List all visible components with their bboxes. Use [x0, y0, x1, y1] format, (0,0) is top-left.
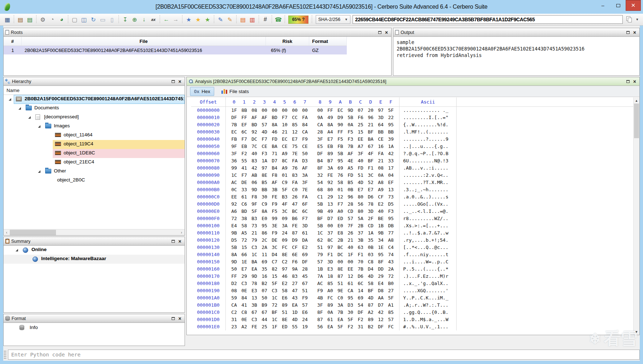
hex-byte[interactable]: 7E — [290, 150, 300, 157]
hex-byte[interactable]: 12 — [335, 193, 345, 201]
hex-byte[interactable]: 41 — [239, 302, 249, 309]
hex-byte[interactable]: 3F — [315, 136, 325, 143]
hex-byte[interactable]: 8E — [259, 172, 269, 179]
hex-byte[interactable]: 3F — [315, 302, 325, 309]
hex-byte[interactable]: ED — [335, 215, 345, 222]
hex-byte[interactable]: 58 — [280, 287, 290, 294]
python-code-input[interactable] — [8, 350, 640, 360]
hex-byte[interactable]: 56 — [355, 201, 366, 208]
hex-byte[interactable]: 0B — [345, 186, 355, 193]
hex-byte[interactable]: 08 — [249, 107, 259, 114]
tree-item-object-119c4[interactable]: object_119C4 — [4, 140, 185, 149]
hex-byte[interactable]: BF — [269, 309, 280, 316]
hex-byte[interactable]: A0 — [325, 287, 335, 294]
hex-byte[interactable]: BF — [366, 287, 376, 294]
hex-byte[interactable]: 5F — [280, 186, 290, 193]
hash-tool-button[interactable]: # — [261, 15, 270, 24]
hex-byte[interactable]: 9B — [315, 208, 325, 215]
hex-byte[interactable]: 62 — [315, 237, 325, 244]
hex-byte[interactable]: CF — [376, 193, 386, 201]
hex-byte[interactable]: F9 — [269, 201, 280, 208]
hex-byte[interactable]: 1D — [290, 309, 300, 316]
hex-byte[interactable]: 09 — [280, 215, 290, 222]
hex-byte[interactable]: A4 — [325, 128, 335, 136]
hex-byte[interactable]: 95 — [386, 215, 396, 222]
hex-byte[interactable]: 5F — [386, 294, 396, 302]
hex-row[interactable]: 000000603FF240F371A97E50DF895BAF3F4FFA42… — [191, 150, 633, 157]
hex-byte[interactable]: 00 — [290, 107, 300, 114]
hex-byte[interactable]: E3 — [325, 266, 335, 273]
hex-byte[interactable]: 57 — [259, 121, 269, 128]
hex-byte[interactable]: 45 — [300, 273, 310, 280]
hex-byte[interactable]: CC — [290, 114, 300, 121]
hex-byte[interactable]: 97 — [280, 266, 290, 273]
hex-byte[interactable]: 26 — [345, 229, 355, 237]
hex-byte[interactable]: 61 — [345, 280, 355, 287]
hex-byte[interactable]: 5F — [269, 280, 280, 287]
hex-byte[interactable]: 3B — [355, 237, 366, 244]
hex-byte[interactable]: BF — [366, 128, 376, 136]
hex-byte[interactable]: EC — [229, 128, 239, 136]
hex-byte[interactable]: FF — [229, 273, 239, 280]
add-to-scan-button[interactable]: ◕ — [57, 15, 66, 24]
hex-byte[interactable]: 5F — [345, 316, 355, 323]
hex-byte[interactable]: C3 — [249, 244, 259, 251]
hex-byte[interactable]: EA — [325, 323, 335, 330]
hex-byte[interactable]: 7A — [315, 273, 325, 280]
hex-byte[interactable]: 5B — [315, 201, 325, 208]
hex-byte[interactable]: F9 — [300, 294, 310, 302]
hex-byte[interactable]: F6 — [355, 114, 366, 121]
hex-byte[interactable]: 7C — [249, 143, 259, 150]
hex-byte[interactable]: 73 — [249, 222, 259, 229]
hex-row[interactable]: 00000030EC6C924D462112CA28A4FFF515BFBBBB… — [191, 128, 633, 136]
hex-byte[interactable]: 00 — [315, 107, 325, 114]
hex-row[interactable]: 000000D092C69FC9F94F476F5B13F7285678E2D5… — [191, 201, 633, 208]
tree-item-object-21ec4[interactable]: object_21EC4 — [4, 158, 185, 167]
float-icon[interactable] — [626, 31, 630, 34]
back-button[interactable]: ← — [162, 15, 171, 24]
hex-byte[interactable]: EF — [386, 179, 396, 186]
hex-byte[interactable]: 36 — [229, 157, 239, 165]
hex-byte[interactable]: 1E — [239, 258, 249, 266]
hex-byte[interactable]: CA — [315, 121, 325, 128]
hex-byte[interactable]: 40 — [249, 150, 259, 157]
goto-offset-button[interactable]: ↧ — [121, 15, 130, 24]
hex-byte[interactable]: 1B — [376, 222, 386, 229]
hex-byte[interactable]: DB — [386, 222, 396, 229]
hex-byte[interactable]: 06 — [249, 179, 259, 186]
hex-byte[interactable]: 4F — [280, 201, 290, 208]
hex-byte[interactable]: 9D — [249, 186, 259, 193]
hex-byte[interactable]: 41 — [239, 165, 249, 172]
hex-byte[interactable]: 80 — [355, 208, 366, 215]
tree-item-object-1de8c[interactable]: object_1DE8C — [4, 149, 185, 158]
hex-byte[interactable]: 57 — [300, 302, 310, 309]
hex-byte[interactable]: B3 — [280, 193, 290, 201]
hex-byte[interactable]: 99 — [269, 215, 280, 222]
hex-row[interactable]: 000001C0C2C86767BF511DE68F0A7B30DFA24285… — [191, 309, 633, 316]
hash-algorithm-select[interactable]: SHA-2/256▼ — [316, 15, 350, 24]
hex-byte[interactable]: DA — [300, 237, 310, 244]
hex-byte[interactable]: 49 — [325, 208, 335, 215]
hex-byte[interactable]: 44 — [259, 316, 269, 323]
hex-byte[interactable]: DC — [335, 251, 345, 258]
hex-byte[interactable]: EC — [335, 107, 345, 114]
hex-byte[interactable]: 58 — [335, 179, 345, 186]
hex-byte[interactable]: 89 — [280, 302, 290, 309]
hex-byte[interactable]: F9 — [315, 287, 325, 294]
hex-byte[interactable]: 9B — [376, 229, 386, 237]
hex-byte[interactable]: 4D — [355, 179, 366, 186]
hex-byte[interactable]: 5B — [335, 150, 345, 157]
hex-byte[interactable]: C8 — [239, 309, 249, 316]
drag-handle-icon[interactable] — [3, 350, 7, 359]
hex-byte[interactable]: 3D — [300, 222, 310, 229]
hex-byte[interactable]: 89 — [325, 302, 335, 309]
hex-byte[interactable]: 32 — [315, 172, 325, 179]
hex-byte[interactable]: 25 — [259, 323, 269, 330]
hex-byte[interactable]: 3F — [355, 150, 366, 157]
hex-byte[interactable]: F7 — [335, 201, 345, 208]
hex-byte[interactable]: B5 — [345, 179, 355, 186]
hex-byte[interactable]: 33 — [239, 186, 249, 193]
hex-byte[interactable]: 57 — [386, 316, 396, 323]
hex-byte[interactable]: D7 — [325, 215, 335, 222]
hex-byte[interactable]: CA — [345, 287, 355, 294]
